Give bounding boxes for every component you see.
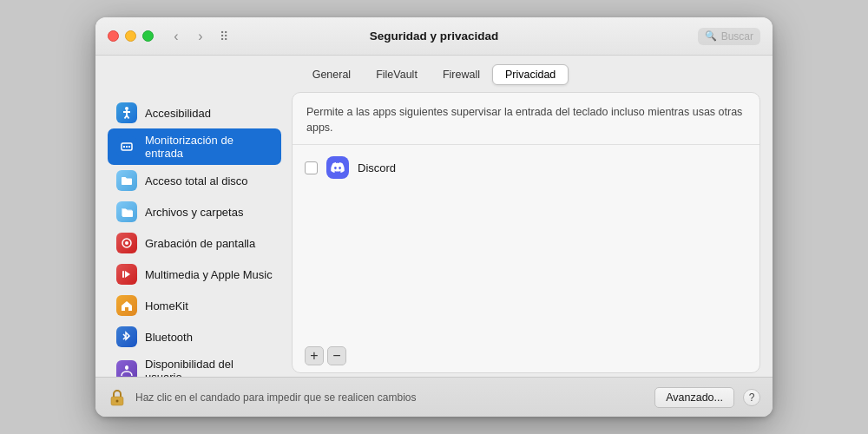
svg-point-10 xyxy=(125,241,128,245)
lock-icon[interactable] xyxy=(108,388,127,407)
nav-buttons: ‹ › xyxy=(166,26,211,47)
window-title: Seguridad y privacidad xyxy=(370,30,499,43)
sidebar-item-usuario[interactable]: Disponibilidad del usuario xyxy=(108,352,281,377)
discord-app-icon xyxy=(326,156,349,179)
search-box[interactable]: 🔍 Buscar xyxy=(698,28,760,45)
svg-rect-8 xyxy=(128,146,130,148)
user-icon xyxy=(116,360,137,377)
sidebar-item-multimedia[interactable]: Multimedia y Apple Music xyxy=(108,259,281,290)
sidebar-item-accesibilidad[interactable]: Accesibilidad xyxy=(108,97,281,128)
titlebar: ‹ › ⠿ Seguridad y privacidad 🔍 Buscar xyxy=(95,17,773,56)
svg-point-19 xyxy=(116,399,119,402)
grid-icon: ⠿ xyxy=(220,30,228,43)
close-button[interactable] xyxy=(108,30,119,42)
help-button[interactable]: ? xyxy=(743,389,760,406)
back-button[interactable]: ‹ xyxy=(166,26,187,47)
panel-item-discord: Discord xyxy=(293,150,760,185)
search-icon: 🔍 xyxy=(705,30,717,42)
svg-rect-11 xyxy=(122,271,124,278)
main-content: Accesibilidad Monitorización de entrada xyxy=(95,92,773,377)
svg-rect-6 xyxy=(123,146,125,148)
add-app-button[interactable]: + xyxy=(305,346,324,365)
sidebar-label-archivos: Archivos y carpetas xyxy=(145,206,243,219)
sidebar-item-disco[interactable]: Acceso total al disco xyxy=(108,165,281,196)
advanced-button[interactable]: Avanzado... xyxy=(654,387,734,408)
discord-app-name: Discord xyxy=(358,161,396,174)
tab-privacidad[interactable]: Privacidad xyxy=(492,64,569,85)
folder-icon xyxy=(116,170,137,191)
sidebar-label-homekit: HomeKit xyxy=(145,299,188,312)
tab-firewall[interactable]: Firewall xyxy=(430,64,492,85)
accessibility-icon xyxy=(116,102,137,123)
sidebar-label-pantalla: Grabación de pantalla xyxy=(145,237,255,250)
sidebar-label-multimedia: Multimedia y Apple Music xyxy=(145,268,273,281)
minimize-button[interactable] xyxy=(125,30,136,42)
files-icon xyxy=(116,201,137,222)
tabs-bar: General FileVault Firewall Privacidad xyxy=(95,56,773,92)
panel-action-buttons: + − xyxy=(293,339,760,372)
remove-app-button[interactable]: − xyxy=(327,346,346,365)
sidebar: Accesibilidad Monitorización de entrada xyxy=(108,92,281,377)
svg-point-0 xyxy=(125,107,128,110)
sidebar-item-monitorizacion[interactable]: Monitorización de entrada xyxy=(108,128,281,165)
tab-filevault[interactable]: FileVault xyxy=(363,64,430,85)
svg-rect-7 xyxy=(126,146,128,148)
forward-button[interactable]: › xyxy=(190,26,211,47)
bluetooth-icon xyxy=(116,326,137,347)
search-placeholder: Buscar xyxy=(721,30,753,43)
panel-list: Discord xyxy=(293,145,760,339)
discord-checkbox[interactable] xyxy=(305,161,318,174)
sidebar-label-usuario: Disponibilidad del usuario xyxy=(145,358,273,377)
sidebar-item-bluetooth[interactable]: Bluetooth xyxy=(108,321,281,352)
traffic-lights xyxy=(108,30,154,42)
sidebar-label-monitorizacion: Monitorización de entrada xyxy=(145,134,273,160)
sidebar-item-homekit[interactable]: HomeKit xyxy=(108,290,281,321)
sidebar-label-bluetooth: Bluetooth xyxy=(145,331,193,344)
window: ‹ › ⠿ Seguridad y privacidad 🔍 Buscar Ge… xyxy=(95,17,773,417)
footer: Haz clic en el candado para impedir que … xyxy=(95,377,773,417)
footer-lock-text: Haz clic en el candado para impedir que … xyxy=(135,391,646,404)
maximize-button[interactable] xyxy=(142,30,154,42)
sidebar-label-disco: Acceso total al disco xyxy=(145,174,248,187)
input-icon xyxy=(116,136,137,157)
panel-description: Permite a las apps siguientes supervisar… xyxy=(293,93,760,145)
tab-general[interactable]: General xyxy=(299,64,363,85)
sidebar-item-pantalla[interactable]: Grabación de pantalla xyxy=(108,227,281,259)
screen-icon xyxy=(116,233,137,253)
privacy-panel: Permite a las apps siguientes supervisar… xyxy=(292,92,760,373)
homekit-icon xyxy=(116,295,137,316)
media-icon xyxy=(116,264,137,285)
svg-line-4 xyxy=(127,115,129,119)
sidebar-item-archivos[interactable]: Archivos y carpetas xyxy=(108,196,281,227)
sidebar-label-accesibilidad: Accesibilidad xyxy=(145,107,211,120)
